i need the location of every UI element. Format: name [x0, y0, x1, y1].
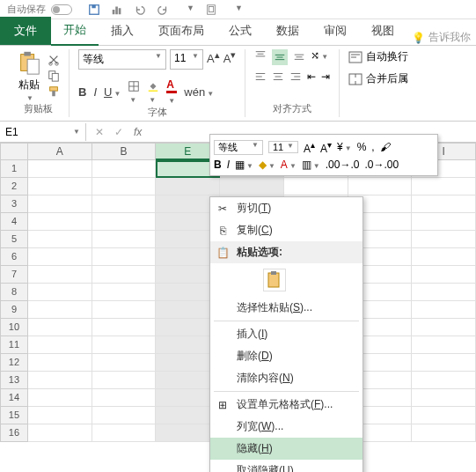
mini-font-select[interactable]: 等线▼	[214, 140, 263, 155]
cell[interactable]	[92, 248, 157, 266]
cell[interactable]	[28, 389, 92, 407]
cell[interactable]	[28, 372, 92, 389]
cell[interactable]	[92, 160, 157, 178]
menu-paste-special[interactable]: 选择性粘贴(S)...	[210, 297, 362, 319]
fill-color-icon[interactable]: ◆▼	[259, 159, 275, 171]
cell[interactable]	[156, 178, 220, 195]
cell[interactable]	[92, 372, 157, 389]
cell[interactable]	[28, 178, 92, 195]
menu-delete[interactable]: 删除(D)	[210, 345, 362, 367]
touch-icon[interactable]	[205, 4, 217, 16]
enter-icon[interactable]: ✓	[114, 126, 123, 138]
font-color-icon[interactable]: A▼	[281, 159, 297, 171]
menu-clear[interactable]: 清除内容(N)	[210, 367, 362, 389]
cell[interactable]	[412, 284, 476, 301]
cell[interactable]	[92, 301, 157, 319]
row-header[interactable]: 12	[0, 354, 28, 372]
menu-insert[interactable]: 插入(I)	[210, 323, 362, 345]
indent-inc-icon[interactable]: ⇥	[321, 70, 330, 83]
cell[interactable]	[92, 195, 157, 213]
cell[interactable]	[28, 424, 92, 442]
tab-view[interactable]: 视图	[359, 17, 406, 45]
tab-insert[interactable]: 插入	[99, 17, 146, 45]
menu-copy[interactable]: ⎘ 复制(C)	[210, 219, 362, 241]
cell[interactable]	[92, 178, 157, 195]
row-header[interactable]: 3	[0, 195, 28, 213]
cell[interactable]	[92, 424, 157, 442]
align-bottom-icon[interactable]	[293, 49, 305, 65]
cell[interactable]	[412, 407, 476, 424]
cell[interactable]	[412, 372, 476, 389]
cell[interactable]	[92, 354, 157, 372]
col-header[interactable]: A	[28, 143, 92, 160]
copy-icon[interactable]	[48, 70, 60, 82]
row-header[interactable]: 16	[0, 424, 28, 442]
autosave-toggle[interactable]: 自动保存	[7, 3, 72, 16]
table-icon[interactable]: ▥▼	[302, 159, 320, 171]
align-top-icon[interactable]	[254, 49, 267, 65]
grow-font-icon[interactable]: A▴	[207, 49, 220, 70]
cell[interactable]	[412, 231, 476, 248]
border-icon[interactable]: ▦▼	[235, 159, 253, 171]
cell[interactable]	[412, 319, 476, 336]
cell[interactable]	[92, 213, 157, 231]
cell[interactable]	[28, 319, 92, 336]
redo-icon[interactable]	[157, 4, 169, 16]
cell[interactable]	[412, 389, 476, 407]
row-header[interactable]: 11	[0, 336, 28, 354]
tab-layout[interactable]: 页面布局	[146, 17, 216, 45]
tab-file[interactable]: 文件	[0, 17, 51, 45]
tab-review[interactable]: 审阅	[311, 17, 359, 45]
row-header[interactable]: 7	[0, 266, 28, 284]
italic-button[interactable]: I	[93, 85, 97, 99]
name-box[interactable]: E1 ▼	[0, 123, 86, 141]
tab-home[interactable]: 开始	[51, 16, 99, 46]
cell[interactable]	[28, 354, 92, 372]
cut-icon[interactable]	[48, 54, 60, 66]
menu-column-width[interactable]: 列宽(W)...	[210, 416, 362, 438]
row-header[interactable]: 15	[0, 407, 28, 424]
cell[interactable]	[412, 336, 476, 354]
cell[interactable]	[28, 266, 92, 284]
cell[interactable]	[92, 266, 157, 284]
orientation-icon[interactable]: ⤭▼	[311, 49, 328, 65]
indent-dec-icon[interactable]: ⇤	[307, 70, 316, 83]
border-icon[interactable]: ▼	[128, 80, 140, 105]
cell[interactable]	[28, 213, 92, 231]
select-all-corner[interactable]	[0, 143, 28, 160]
row-header[interactable]: 13	[0, 372, 28, 389]
row-header[interactable]: 4	[0, 213, 28, 231]
cell[interactable]	[28, 195, 92, 213]
cell[interactable]	[28, 336, 92, 354]
inc-decimal-icon[interactable]: .0→.00	[364, 159, 399, 171]
bold-button[interactable]: B	[78, 85, 86, 99]
bold-button[interactable]: B	[214, 159, 222, 171]
grow-font-icon[interactable]: A▴	[304, 140, 315, 155]
row-header[interactable]: 9	[0, 301, 28, 319]
paste-default-icon[interactable]	[263, 269, 286, 291]
qat-dropdown-icon[interactable]: ▼	[187, 4, 194, 16]
cell[interactable]	[412, 424, 476, 442]
row-header[interactable]: 6	[0, 248, 28, 266]
format-painter-icon[interactable]	[48, 85, 60, 98]
cell[interactable]	[220, 178, 284, 195]
merge-button[interactable]: 合并后属	[348, 71, 408, 86]
cell[interactable]	[412, 266, 476, 284]
currency-icon[interactable]: ¥▼	[337, 141, 352, 153]
align-middle-icon[interactable]	[272, 49, 288, 65]
row-header[interactable]: 8	[0, 284, 28, 301]
cell[interactable]	[92, 231, 157, 248]
format-painter-icon[interactable]: 🖌	[380, 141, 391, 153]
menu-format-cells[interactable]: ⊞ 设置单元格格式(F)...	[210, 394, 362, 416]
undo-icon[interactable]	[134, 4, 146, 16]
menu-unhide[interactable]: 取消隐藏(U)	[210, 460, 362, 472]
menu-hide[interactable]: 隐藏(H)	[210, 438, 362, 460]
cell[interactable]	[412, 195, 476, 213]
comma-icon[interactable]: ,	[371, 141, 374, 153]
mode-dropdown-icon[interactable]: ▼	[235, 4, 243, 16]
save-icon[interactable]	[88, 4, 100, 16]
mini-size-select[interactable]: 11▼	[268, 141, 298, 153]
chart-icon[interactable]	[111, 4, 123, 16]
col-header[interactable]: B	[92, 143, 157, 160]
dec-decimal-icon[interactable]: .00→.0	[326, 159, 360, 171]
